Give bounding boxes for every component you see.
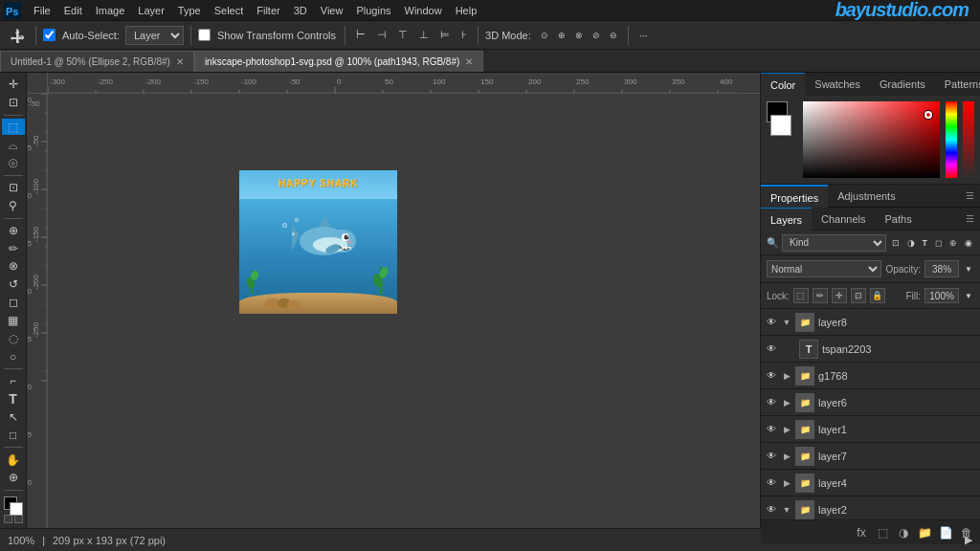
fill-input[interactable] [924, 288, 959, 303]
lasso-tool[interactable]: ⌓ [2, 137, 25, 153]
layers-tab[interactable]: Layers [761, 208, 812, 231]
layer-eye-layer2[interactable]: 👁 [765, 503, 778, 517]
opacity-input[interactable] [924, 260, 959, 277]
zoom-tool[interactable]: ⊕ [2, 470, 25, 486]
gradients-tab[interactable]: Gradients [870, 73, 935, 96]
more-btn[interactable]: ··· [635, 25, 652, 46]
blend-mode-select[interactable]: Normal [767, 260, 881, 277]
layer-eye-layer1[interactable]: 👁 [765, 423, 778, 436]
align-right-btn[interactable]: ⊨ [436, 25, 454, 46]
history-brush-tool[interactable]: ↺ [2, 276, 25, 293]
layer-adj-btn[interactable]: ◑ [894, 523, 913, 542]
patterns-tab[interactable]: Patterns [935, 73, 980, 96]
layer-eye-tspan2203[interactable]: 👁 [765, 342, 778, 356]
filter-shape-btn[interactable]: ◻ [933, 232, 944, 253]
props-panel-menu[interactable]: ☰ [960, 185, 980, 208]
menu-help[interactable]: Help [449, 0, 484, 21]
menu-layer[interactable]: Layer [131, 0, 171, 21]
color-gradient-picker[interactable] [803, 101, 940, 178]
lock-paint-btn[interactable]: ✏ [813, 288, 828, 303]
move-tool-btn[interactable] [6, 25, 29, 46]
menu-filter[interactable]: Filter [250, 0, 286, 21]
menu-edit[interactable]: Edit [57, 0, 89, 21]
path-select-tool[interactable]: ↖ [2, 409, 25, 426]
align-center-btn[interactable]: ⊣ [373, 25, 390, 46]
dodge-tool[interactable]: ○ [2, 348, 25, 364]
layer-eye-layer6[interactable]: 👁 [765, 396, 778, 409]
lock-position-btn[interactable]: ✛ [832, 288, 847, 303]
align-left-btn[interactable]: ⊢ [352, 25, 369, 46]
opacity-dropdown-btn[interactable]: ▼ [963, 258, 974, 279]
move-tool[interactable]: ✛ [2, 77, 25, 93]
layer-select[interactable]: Layer Group [125, 26, 184, 45]
layer-item-layer4[interactable]: 👁 ▶ 📁 layer4 [761, 470, 980, 496]
layer-item-layer8[interactable]: 👁 ▼ 📁 layer8 [761, 309, 980, 336]
canvas-view[interactable]: HAPPY SHARK [48, 94, 760, 528]
menu-file[interactable]: File [27, 0, 57, 21]
layer-expand-layer2[interactable]: ▼ [782, 505, 791, 515]
layer-eye-layer8[interactable]: 👁 [765, 316, 778, 329]
crop-tool[interactable]: ⊡ [2, 180, 25, 196]
blur-tool[interactable]: ◌ [2, 330, 25, 346]
gradient-tool[interactable]: ▦ [2, 313, 25, 329]
layer-expand-layer6[interactable]: ▶ [782, 398, 791, 408]
filter-type-btn[interactable]: T [921, 232, 930, 253]
layer-item-layer1[interactable]: 👁 ▶ 📁 layer1 [761, 416, 980, 443]
color-spectrum-strip[interactable] [946, 101, 957, 178]
menu-plugins[interactable]: Plugins [349, 0, 397, 21]
tab-untitled-close[interactable]: ✕ [176, 52, 184, 73]
stamp-tool[interactable]: ⊗ [2, 258, 25, 275]
eyedropper-tool[interactable]: ⚲ [2, 198, 25, 214]
filter-toggle-btn[interactable]: ◉ [963, 232, 974, 253]
layer-fx-btn[interactable]: fx [852, 523, 871, 542]
menu-type[interactable]: Type [171, 0, 208, 21]
layer-eye-layer7[interactable]: 👁 [765, 450, 778, 463]
layer-item-tspan2203[interactable]: 👁 T tspan2203 [761, 336, 980, 363]
background-swatch[interactable] [770, 115, 791, 136]
3d-btn3[interactable]: ⊗ [571, 25, 587, 46]
background-color[interactable] [10, 502, 23, 516]
layer-expand-layer8[interactable]: ▼ [782, 318, 791, 327]
type-tool[interactable]: T [2, 391, 25, 408]
channels-tab[interactable]: Channels [812, 208, 875, 231]
layer-item-layer7[interactable]: 👁 ▶ 📁 layer7 [761, 443, 980, 470]
align-top-btn[interactable]: ⊤ [394, 25, 412, 46]
filter-kind-select[interactable]: Kind [782, 234, 886, 252]
layer-expand-layer1[interactable]: ▶ [782, 425, 791, 434]
layer-expand-layer7[interactable]: ▶ [782, 452, 791, 461]
lock-artboard-btn[interactable]: ⊡ [851, 288, 866, 303]
menu-view[interactable]: View [314, 0, 350, 21]
eraser-tool[interactable]: ◻ [2, 295, 25, 311]
quick-select-tool[interactable]: ⦾ [2, 155, 25, 171]
color-tab[interactable]: Color [761, 73, 805, 96]
marquee-tool[interactable]: ⬚ [2, 119, 25, 135]
show-transform-checkbox[interactable] [198, 29, 211, 41]
filter-smartobj-btn[interactable]: ⊕ [947, 232, 959, 253]
layer-item-layer2[interactable]: 👁 ▼ 📁 layer2 [761, 496, 980, 519]
color-alpha-strip[interactable] [963, 101, 974, 178]
layers-panel-menu[interactable]: ☰ [960, 208, 980, 231]
quick-mask-btn[interactable] [14, 515, 23, 523]
3d-btn1[interactable]: ⊙ [537, 25, 552, 46]
layer-group-btn[interactable]: 📁 [915, 523, 934, 542]
3d-btn2[interactable]: ⊕ [554, 25, 569, 46]
brush-tool[interactable]: ✏ [2, 240, 25, 256]
lock-transparent-btn[interactable]: ⬚ [793, 288, 809, 303]
paths-tab[interactable]: Paths [876, 208, 922, 231]
tab-untitled[interactable]: Untitled-1 @ 50% (Ellipse 2, RGB/8#) ✕ [0, 51, 194, 72]
align-middle-btn[interactable]: ⊥ [415, 25, 433, 46]
align-bottom-btn[interactable]: ⊦ [457, 25, 471, 46]
spot-heal-tool[interactable]: ⊕ [2, 222, 25, 238]
menu-image[interactable]: Image [89, 0, 132, 21]
layer-eye-g1768[interactable]: 👁 [765, 369, 778, 383]
properties-tab[interactable]: Properties [761, 185, 828, 208]
standard-mode-btn[interactable] [4, 515, 12, 523]
layer-expand-g1768[interactable]: ▶ [782, 371, 791, 381]
menu-select[interactable]: Select [208, 0, 251, 21]
shape-tool[interactable]: □ [2, 428, 25, 444]
menu-3d[interactable]: 3D [287, 0, 314, 21]
3d-btn5[interactable]: ⊖ [606, 25, 621, 46]
layer-eye-layer4[interactable]: 👁 [765, 476, 778, 490]
auto-select-checkbox[interactable] [43, 29, 56, 41]
artboard-tool[interactable]: ⊡ [2, 95, 25, 111]
